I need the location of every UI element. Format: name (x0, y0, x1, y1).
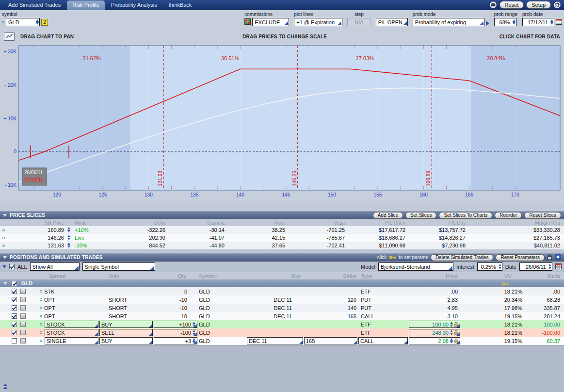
row-checkbox[interactable] (12, 289, 17, 294)
chart-canvas[interactable]: 131.63146.26160.8921.62%30.51%27.03%20.8… (0, 43, 564, 203)
symbol-value: GLD (199, 330, 210, 336)
row-checkbox[interactable] (12, 338, 17, 343)
slice-mode[interactable]: Live (71, 234, 98, 242)
reset-parameters-button[interactable]: Reset Parameters (496, 254, 545, 261)
tab-risk-profile[interactable]: Risk Profile (67, 0, 105, 10)
group-checkbox[interactable] (12, 281, 17, 286)
position-bullet-icon (40, 331, 42, 334)
spinner[interactable] (67, 243, 70, 248)
collapse-icon[interactable] (3, 282, 7, 285)
print-icon[interactable] (489, 1, 497, 9)
panel-splitter[interactable] (0, 203, 564, 211)
x-axis-label: 160 (419, 192, 428, 197)
prob-mode-select[interactable]: Probability of expiring (413, 18, 484, 26)
price-input[interactable]: 248.30 (409, 329, 460, 336)
price-value: 4.95 (448, 305, 461, 311)
scroll-up-icon[interactable] (3, 383, 8, 390)
prob-range-input[interactable]: 68% (494, 18, 516, 26)
row-options-button[interactable] (20, 297, 26, 302)
row-checkbox[interactable] (12, 330, 17, 335)
prob-label: 27.03% (356, 55, 374, 61)
spinner[interactable] (450, 322, 453, 327)
layout-grid-icon[interactable] (244, 18, 251, 26)
model-select[interactable]: Bjerksund-Stensland (378, 262, 453, 271)
row-options-button[interactable] (20, 330, 26, 335)
price-input[interactable]: 100.00 (409, 321, 460, 328)
delete-simulated-trades-button[interactable]: Delete Simulated Trades (431, 254, 494, 261)
interest-input[interactable]: 0.25% (477, 262, 502, 271)
qty-input[interactable]: +3 (154, 337, 197, 344)
position-bullet-icon (40, 298, 42, 301)
all-checkbox[interactable] (9, 264, 15, 269)
set-params-key-icon[interactable] (389, 255, 396, 261)
side-combo[interactable]: BUY (99, 321, 153, 328)
symbol-input[interactable]: GLD (6, 18, 40, 26)
filter-symbol-mode-select[interactable]: Single Symbol (82, 262, 155, 271)
calendar-icon[interactable] (556, 18, 562, 26)
row-options-button[interactable] (20, 305, 26, 310)
close-icon[interactable] (555, 254, 561, 261)
spread-combo[interactable]: STOCK (45, 329, 98, 336)
spinner[interactable] (67, 235, 70, 240)
slice-mode[interactable]: -10% (71, 242, 98, 249)
setup-button[interactable]: Setup (526, 1, 551, 9)
spinner[interactable] (450, 330, 453, 335)
row-checkbox[interactable] (12, 297, 17, 302)
row-options-button[interactable] (20, 322, 26, 327)
spread-combo[interactable]: STOCK (45, 321, 98, 328)
filter-show-all-select[interactable]: Show All (30, 262, 80, 271)
linked-count-badge[interactable]: 2 (41, 19, 48, 26)
gear-icon[interactable] (553, 1, 561, 9)
row-checkbox[interactable] (12, 313, 17, 319)
row-checkbox[interactable] (12, 305, 17, 310)
spinner[interactable] (67, 227, 70, 232)
plot-lines-select[interactable]: +1 @ Expiration (294, 18, 342, 26)
trade-date-input[interactable]: 26/06/11 (519, 262, 552, 271)
group-params-key-icon[interactable] (502, 281, 509, 287)
row-checkbox[interactable] (12, 322, 17, 327)
row-options-button[interactable] (20, 338, 26, 343)
price-input[interactable]: 2.08 (409, 337, 460, 344)
set-slices-to-charts-button[interactable]: Set Slices To Charts (439, 212, 492, 219)
reset-button[interactable]: Reset (500, 1, 524, 9)
calendar-icon[interactable] (555, 263, 562, 270)
reorder-button[interactable]: Reorder (495, 212, 522, 219)
lock-icon[interactable] (547, 254, 552, 261)
pl-display-select[interactable]: P/L OPEN (376, 18, 408, 26)
collapse-icon[interactable] (3, 214, 7, 217)
set-slices-button[interactable]: Set Slices (405, 212, 436, 219)
slice-price-input[interactable]: 146.26 (14, 234, 71, 242)
risk-profile-chart[interactable]: 131.63146.26160.8921.62%30.51%27.03%20.8… (0, 43, 564, 203)
side-combo[interactable]: BUY (99, 337, 153, 344)
tab-probability-analysis[interactable]: Probability Analysis (106, 0, 162, 10)
slice-mode[interactable]: +10% (71, 226, 98, 234)
spinner[interactable] (450, 338, 453, 343)
add-slice-button[interactable]: Add Slice (373, 212, 403, 219)
commissions-select[interactable]: EXCLUDE (252, 18, 289, 26)
expand-right-icon[interactable] (486, 21, 489, 26)
chart-style-button[interactable] (4, 33, 15, 41)
qty-input[interactable]: -100 (154, 329, 197, 336)
symbol-group-row[interactable]: GLD (0, 279, 564, 287)
collapse-icon[interactable] (3, 256, 7, 259)
qty-input[interactable]: +100 (154, 321, 197, 328)
row-options-button[interactable] (20, 313, 26, 319)
slice-price-input[interactable]: 131.63 (14, 242, 71, 249)
strike-combo[interactable]: 165 (304, 337, 357, 344)
spread-combo[interactable]: SINGLE (45, 337, 98, 344)
row-options-button[interactable] (20, 289, 26, 294)
price-slices-column-header: Stk PriceModeDeltaGammaThetaVegaP/L Open… (0, 219, 564, 226)
exp-combo[interactable]: DEC 11 (247, 337, 303, 344)
tab-thinkback[interactable]: thinkBack (163, 0, 197, 10)
qty-value: -10 (179, 313, 198, 319)
type-combo[interactable]: CALL (358, 337, 408, 344)
slice-price-input[interactable]: 160.89 (14, 226, 71, 234)
side-combo[interactable]: SELL (99, 329, 153, 336)
collapse-icon[interactable] (2, 265, 6, 268)
reset-slices-button[interactable]: Reset Slices (524, 212, 561, 219)
risk-profile-app: Add Simulated TradesRisk ProfileProbabil… (0, 0, 564, 392)
interest-label: Interest (456, 264, 474, 270)
price-slices-table: 160.89 +10% -322.26-30.1438.25-701.25$17… (0, 226, 564, 249)
prob-date-input[interactable]: 17/12/11 (522, 18, 554, 26)
tab-add-simulated-trades[interactable]: Add Simulated Trades (3, 0, 66, 10)
